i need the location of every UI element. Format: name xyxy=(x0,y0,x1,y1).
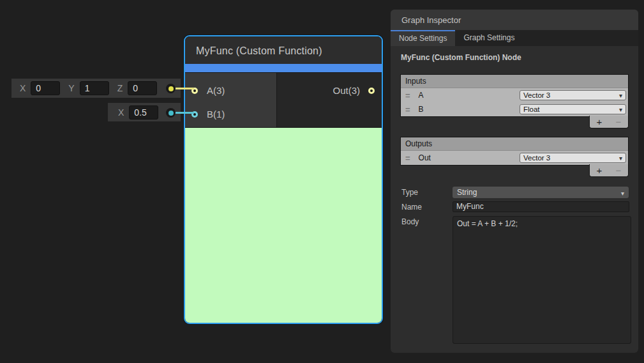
dropdown-value: String xyxy=(457,188,477,197)
port-out-label: Out(3) xyxy=(333,85,360,96)
input-row-b[interactable]: = B Float▾ xyxy=(401,102,628,116)
output-type-dropdown[interactable]: Vector 3▾ xyxy=(520,153,626,163)
dropdown-arrow-icon: ▾ xyxy=(619,154,622,163)
node-settings-heading: MyFunc (Custom Function) Node xyxy=(401,53,521,62)
input-row-name: B xyxy=(419,105,424,114)
input-port-a[interactable]: A(3) xyxy=(185,79,276,102)
vector-x-label: X xyxy=(20,83,26,93)
tab-node-settings[interactable]: Node Settings xyxy=(391,30,455,46)
vector-z-label: Z xyxy=(117,83,123,93)
vector-y-field[interactable]: 1 xyxy=(80,81,109,95)
port-dot-core xyxy=(168,111,174,116)
body-label: Body xyxy=(401,217,419,226)
inputs-list: Inputs = A Vector 3▾ = B Float▾ xyxy=(400,74,629,117)
name-input[interactable]: MyFunc xyxy=(453,201,629,212)
shader-graph-editor: X 0 Y 1 Z 0 X 0.5 MyFunc (Custom Functio… xyxy=(0,0,644,363)
drag-handle-icon[interactable]: = xyxy=(405,153,410,163)
float-x-label: X xyxy=(118,107,124,118)
body-textarea[interactable]: Out = A + B + 1/2; xyxy=(453,216,631,344)
dropdown-value: Vector 3 xyxy=(523,154,550,162)
input-row-name: A xyxy=(419,91,424,100)
input-port-b[interactable]: B(1) xyxy=(185,102,276,126)
graph-inspector-panel: Graph Inspector Node Settings Graph Sett… xyxy=(391,10,638,353)
dropdown-value: Vector 3 xyxy=(523,91,550,99)
outputs-list-footer: + − xyxy=(589,164,629,177)
custom-function-node[interactable]: MyFunc (Custom Function) A(3) B(1) Out(3… xyxy=(184,35,383,324)
remove-input-button[interactable]: − xyxy=(616,118,622,127)
dropdown-arrow-icon: ▾ xyxy=(619,105,622,114)
add-output-button[interactable]: + xyxy=(597,166,603,175)
remove-output-button[interactable]: − xyxy=(616,166,622,175)
vector-x-field[interactable]: 0 xyxy=(31,81,60,95)
outputs-list: Outputs = Out Vector 3▾ xyxy=(400,137,629,166)
output-row-out[interactable]: = Out Vector 3▾ xyxy=(401,151,628,165)
port-dot-core xyxy=(168,86,174,91)
float-output-port-icon[interactable] xyxy=(166,108,176,118)
add-input-button[interactable]: + xyxy=(597,118,603,127)
vector3-input-widget: X 0 Y 1 Z 0 xyxy=(11,79,181,98)
vector-z-field[interactable]: 0 xyxy=(128,81,157,95)
node-preview xyxy=(185,127,382,323)
tab-graph-settings[interactable]: Graph Settings xyxy=(455,30,523,46)
dropdown-value: Float xyxy=(523,105,540,113)
node-accent-bar xyxy=(185,64,382,72)
node-ports-area: A(3) B(1) Out(3) xyxy=(185,72,382,127)
input-a-type-dropdown[interactable]: Vector 3▾ xyxy=(520,90,626,100)
input-row-a[interactable]: = A Vector 3▾ xyxy=(401,88,628,102)
output-row-name: Out xyxy=(419,153,431,162)
node-title: MyFunc (Custom Function) xyxy=(185,36,382,64)
inputs-list-header: Inputs xyxy=(401,75,628,88)
outputs-list-header: Outputs xyxy=(401,137,628,151)
port-a-label: A(3) xyxy=(207,85,225,96)
inspector-title: Graph Inspector xyxy=(391,10,638,30)
inspector-tabs: Node Settings Graph Settings xyxy=(391,30,638,46)
vector-y-label: Y xyxy=(68,83,74,93)
type-label: Type xyxy=(401,188,418,197)
vector3-output-port-icon[interactable] xyxy=(166,84,176,93)
node-input-ports: A(3) B(1) xyxy=(185,73,276,127)
drag-handle-icon[interactable]: = xyxy=(405,105,410,114)
name-label: Name xyxy=(401,203,422,212)
output-port-out[interactable]: Out(3) xyxy=(277,79,382,102)
port-b-label: B(1) xyxy=(207,109,225,120)
drag-handle-icon[interactable]: = xyxy=(405,91,410,100)
dropdown-arrow-icon: ▾ xyxy=(619,91,622,100)
type-dropdown[interactable]: String▾ xyxy=(453,187,629,198)
node-output-ports: Out(3) xyxy=(276,73,382,127)
port-out-ring-icon[interactable] xyxy=(368,88,375,94)
dropdown-arrow-icon: ▾ xyxy=(621,188,624,199)
inputs-list-footer: + − xyxy=(589,116,629,128)
float-x-field[interactable]: 0.5 xyxy=(129,105,158,120)
input-b-type-dropdown[interactable]: Float▾ xyxy=(520,104,626,114)
